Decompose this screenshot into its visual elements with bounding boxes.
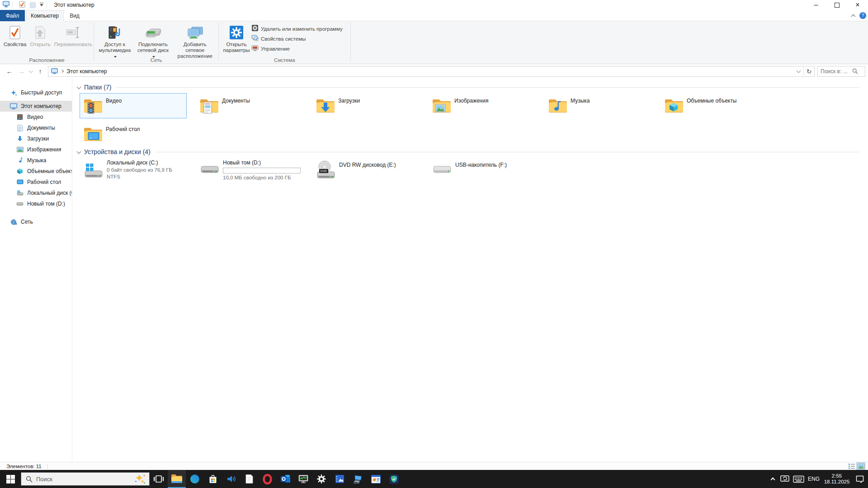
search-input[interactable] [818,68,852,75]
collapse-ribbon-icon[interactable] [852,12,855,20]
address-dropdown-icon[interactable] [793,69,803,73]
forward-button[interactable] [15,66,27,77]
search-box[interactable] [817,66,865,77]
taskbar-opera-button[interactable] [258,470,276,488]
action-center-icon[interactable] [852,470,868,488]
open-icon [34,24,46,41]
taskbar-notepad-button[interactable] [240,470,258,488]
search-icon[interactable] [852,68,858,74]
sidebar-item-new-volume-d[interactable]: Новый том (D:) [0,198,72,209]
sidebar-item-pictures[interactable]: Изображения [0,144,72,155]
open-button[interactable]: Открыть [28,23,52,48]
breadcrumb[interactable]: Этот компьютер [48,66,110,76]
sidebar-item-quick-access[interactable]: Быстрый доступ [0,87,72,98]
media-access-button[interactable]: Доступ к мультимедиа [96,23,134,60]
folder-tile-videos[interactable]: Видео [80,93,187,118]
qat-customize-dropdown-icon[interactable] [40,4,43,6]
tray-expand-icon[interactable] [767,470,778,488]
folders-group-label[interactable]: Папки (7) [84,84,111,91]
taskbar-outlook-button[interactable] [276,470,294,488]
folders-group-header[interactable]: Папки (7) [77,84,860,91]
taskbar-settings-button[interactable] [312,470,330,488]
back-button[interactable] [4,66,15,77]
downloads-folder-icon [316,97,335,118]
qat-properties-icon[interactable] [15,1,25,9]
sidebar-item-this-pc[interactable]: Этот компьютер [0,101,72,112]
media-access-label: Доступ к мультимедиа [98,42,132,59]
sidebar-item-music[interactable]: Музыка [0,155,72,166]
taskbar-search-box[interactable] [21,472,150,486]
taskbar-file-explorer-button[interactable] [168,470,186,488]
drive-free-space: 10,0 МБ свободно из 200 ГБ [223,175,301,180]
taskbar-store-button[interactable] [204,470,222,488]
taskbar-movies-tv-button[interactable] [330,470,349,488]
help-icon[interactable] [859,12,866,19]
breadcrumb-chevron-icon[interactable] [61,70,64,73]
tray-cast-icon[interactable] [778,470,791,488]
task-view-button[interactable] [150,470,168,488]
qat-new-folder-icon[interactable] [30,2,36,8]
drive-tile-c[interactable]: Локальный диск (C:) 0 байт свободно из 7… [80,156,187,183]
folder-tile-downloads[interactable]: Загрузки [312,93,419,118]
taskbar-remote-desktop-button[interactable] [349,470,367,488]
documents-icon [16,124,24,131]
taskbar-search-input[interactable] [36,476,134,483]
system-properties-button[interactable]: Свойства системы [251,34,343,44]
drives-row: Локальный диск (C:) 0 байт свободно из 7… [80,156,544,183]
folder-tile-pictures[interactable]: Изображения [428,93,535,118]
sidebar-item-local-disk-c[interactable]: Локальный диск (C:) [0,188,72,198]
close-button[interactable] [847,0,868,10]
map-network-drive-button[interactable]: Подключить сетевой диск [134,23,173,60]
drive-tile-e[interactable]: DVD DVD RW дисковод (E:) [312,156,419,183]
minimize-button[interactable] [806,0,826,10]
add-network-location-button[interactable]: Добавить сетевое расположение [172,23,217,60]
language-indicator[interactable]: ENG [806,470,822,488]
sidebar-item-documents[interactable]: Документы [0,122,72,133]
devices-group-label[interactable]: Устройства и диски (4) [84,148,151,155]
sidebar-item-desktop[interactable]: Рабочий стол [0,177,72,188]
sidebar-item-downloads[interactable]: Загрузки [0,133,72,144]
taskbar-iobit-shield-button[interactable] [385,470,403,488]
thumbnails-view-button[interactable] [856,462,865,470]
collapse-group-icon[interactable] [77,84,81,89]
up-button[interactable] [34,66,46,77]
uninstall-program-label: Удалить или изменить программу [261,26,343,32]
drive-tile-f[interactable]: USB-накопитель (F:) [428,156,535,183]
tab-computer[interactable]: Компьютер [26,10,64,21]
devices-group-header[interactable]: Устройства и диски (4) [77,148,860,155]
maximize-button[interactable] [826,0,847,10]
main-area: Быстрый доступ Этот компьютер Видео Доку… [0,78,868,462]
folder-tile-music[interactable]: Музыка [544,93,651,118]
ribbon-tab-row: Файл Компьютер Вид [0,10,868,21]
tab-file[interactable]: Файл [0,10,25,21]
drive-tile-d[interactable]: Новый том (D:) 10,0 МБ свободно из 200 Г… [196,156,303,183]
folder-tile-desktop[interactable]: Рабочий стол [80,122,187,147]
collapse-group-icon[interactable] [77,149,81,154]
manage-button[interactable]: Управление [251,44,343,54]
clock[interactable]: 2:5518.11.2025 [822,470,852,488]
address-bar[interactable]: Этот компьютер [48,66,815,77]
uninstall-program-button[interactable]: Удалить или изменить программу [251,24,343,34]
sidebar-item-videos[interactable]: Видео [0,112,72,122]
refresh-button[interactable] [803,66,814,76]
recent-locations-dropdown[interactable] [27,66,34,77]
sidebar-item-network[interactable]: Сеть [0,216,72,227]
tray-keyboard-icon[interactable] [791,470,806,488]
taskbar-performance-monitor-button[interactable] [294,470,312,488]
taskbar-edge-button[interactable] [186,470,204,488]
breadcrumb-path[interactable]: Этот компьютер [66,68,107,75]
drive-name: Локальный диск (C:) [107,160,172,166]
start-button[interactable] [0,470,21,488]
rename-button[interactable]: Переименовать [52,23,94,48]
folder-tile-documents[interactable]: Документы [196,93,303,118]
open-settings-button[interactable]: Открыть параметры [222,23,250,54]
this-pc-icon [51,68,58,74]
folder-tile-3d-objects[interactable]: Объемные объекты [660,93,768,118]
tab-view[interactable]: Вид [65,10,85,21]
taskbar-report-button[interactable] [367,470,385,488]
taskbar-volume-button[interactable] [222,470,240,488]
properties-button[interactable]: Свойства [2,23,28,48]
sidebar-item-3d-objects[interactable]: Объемные объекты [0,166,72,177]
details-view-button[interactable] [847,462,856,470]
drive-filesystem: NTFS [107,174,172,179]
